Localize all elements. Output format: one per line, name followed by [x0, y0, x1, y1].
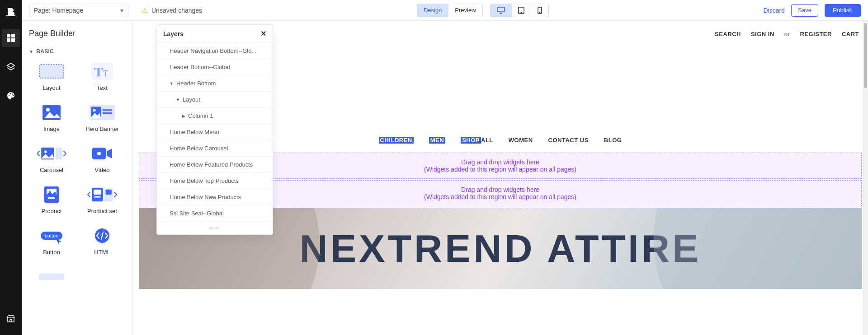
layer-item[interactable]: Header Bottom--Global: [157, 59, 273, 75]
widget-label: Layout: [42, 84, 60, 91]
widgets-tab-icon[interactable]: [2, 29, 20, 47]
widget-html[interactable]: HTML: [80, 227, 125, 256]
theme-tab-icon[interactable]: [2, 87, 20, 105]
layer-item[interactable]: Header Bottom: [157, 75, 273, 91]
widget-text[interactable]: TT Text: [80, 63, 125, 91]
app-root: Page: Homepage ▾ ⚠ Unsaved changes Desig…: [0, 0, 868, 335]
widget-extra[interactable]: [29, 268, 74, 285]
util-search[interactable]: SEARCH: [715, 31, 741, 37]
svg-point-19: [46, 108, 50, 112]
page-select-dropdown[interactable]: Page: Homepage ▾: [29, 4, 128, 17]
layer-item[interactable]: Column 1: [157, 107, 273, 124]
widget-video[interactable]: Video: [80, 145, 125, 173]
layout-icon: [39, 63, 64, 80]
publish-button[interactable]: Publish: [825, 4, 861, 17]
svg-rect-40: [106, 190, 112, 195]
save-button[interactable]: Save: [791, 4, 818, 17]
widget-image[interactable]: Image: [29, 104, 74, 132]
nav-children[interactable]: CHILDREN: [379, 137, 414, 144]
widget-label: Carousel: [40, 167, 63, 173]
widget-label: Product: [42, 208, 62, 214]
scrollbar-thumb[interactable]: [864, 23, 867, 88]
tablet-icon: [518, 7, 524, 14]
product-set-icon: [86, 186, 118, 203]
nav-men[interactable]: MEN: [429, 137, 445, 144]
mobile-icon: [538, 7, 542, 14]
layers-panel: Layers ✕ Header Navigation Bottom--Glo..…: [156, 24, 273, 235]
widget-hero[interactable]: Hero Banner: [80, 104, 125, 132]
collapse-triangle-icon: ▼: [29, 49, 33, 54]
nav-women[interactable]: WOMEN: [509, 137, 533, 144]
viewport-tablet-button[interactable]: [511, 4, 531, 17]
svg-rect-3: [7, 38, 10, 42]
widgets-section-basic[interactable]: ▼ BASIC: [22, 38, 132, 58]
button-icon: button: [39, 227, 64, 244]
hero-icon: [90, 104, 115, 121]
warning-icon: ⚠: [142, 7, 148, 14]
widget-button[interactable]: button Button: [29, 227, 74, 256]
svg-rect-38: [94, 196, 100, 198]
svg-rect-37: [94, 190, 101, 195]
text-icon: TT: [90, 63, 115, 80]
util-signin[interactable]: SIGN IN: [751, 31, 774, 37]
widget-carousel[interactable]: Carousel: [29, 145, 74, 173]
panel-drag-handle[interactable]: ══: [157, 221, 273, 234]
left-rail: [0, 0, 22, 335]
storefront-icon[interactable]: [2, 310, 20, 328]
svg-point-8: [13, 95, 14, 96]
topbar: Page: Homepage ▾ ⚠ Unsaved changes Desig…: [22, 0, 868, 21]
widget-product-set[interactable]: Product set: [80, 186, 125, 214]
layer-item[interactable]: Home Below Top Products: [157, 172, 273, 189]
nav-contact[interactable]: CONTACT US: [548, 137, 589, 144]
util-register[interactable]: REGISTER: [800, 31, 831, 37]
layers-tab-icon[interactable]: [2, 58, 20, 76]
extra-icon: [39, 268, 64, 285]
layers-list: Header Navigation Bottom--Glo...Header B…: [157, 42, 273, 221]
unsaved-label: Unsaved changes: [151, 7, 202, 14]
layer-item[interactable]: Home Below New Products: [157, 189, 273, 205]
preview-mode-button[interactable]: Preview: [448, 4, 482, 17]
brand-logo[interactable]: [5, 5, 17, 18]
nav-shop-all[interactable]: SHOPALL: [461, 137, 493, 144]
hero-title: NEXTREND ATTIRE: [300, 226, 701, 271]
svg-rect-17: [91, 63, 113, 80]
svg-point-13: [539, 12, 540, 13]
main-area: Page: Homepage ▾ ⚠ Unsaved changes Desig…: [22, 0, 868, 335]
product-icon: [39, 186, 64, 203]
nav-blog[interactable]: BLOG: [604, 137, 622, 144]
svg-rect-4: [11, 38, 15, 42]
design-mode-button[interactable]: Design: [417, 4, 448, 17]
layer-item[interactable]: Home Below Carousel: [157, 140, 273, 156]
svg-rect-23: [103, 109, 112, 111]
layer-item[interactable]: Home Below Menu: [157, 124, 273, 140]
svg-rect-2: [11, 34, 15, 37]
discard-button[interactable]: Discard: [763, 7, 784, 14]
nav-shop: SHOP: [461, 137, 481, 144]
scrollbar-track[interactable]: [863, 21, 868, 335]
svg-rect-14: [39, 65, 64, 78]
util-or: or: [784, 31, 790, 37]
svg-point-5: [9, 95, 9, 96]
viewport-desktop-button[interactable]: [491, 4, 511, 17]
layer-item[interactable]: Header Navigation Bottom--Glo...: [157, 42, 273, 59]
mode-toggle: Design Preview: [417, 4, 483, 17]
close-icon[interactable]: ✕: [260, 29, 266, 38]
layer-item[interactable]: Ssl Site Seal--Global: [157, 205, 273, 221]
image-icon: [39, 104, 64, 121]
util-cart[interactable]: CART: [842, 31, 859, 37]
widgets-grid: Layout TT Text Image: [22, 58, 132, 294]
layer-item[interactable]: Home Below Featured Products: [157, 156, 273, 172]
svg-point-11: [521, 12, 522, 13]
viewport-mobile-button[interactable]: [531, 4, 548, 17]
desktop-icon: [497, 7, 505, 14]
html-icon: [90, 227, 115, 244]
svg-rect-34: [48, 197, 55, 199]
svg-rect-24: [103, 112, 112, 114]
layers-title: Layers: [163, 30, 184, 37]
widget-product[interactable]: Product: [29, 186, 74, 214]
svg-rect-0: [6, 15, 15, 16]
svg-point-26: [44, 150, 47, 153]
layer-item[interactable]: Layout: [157, 91, 273, 107]
widget-label: Video: [94, 167, 109, 173]
widget-layout[interactable]: Layout: [29, 63, 74, 91]
